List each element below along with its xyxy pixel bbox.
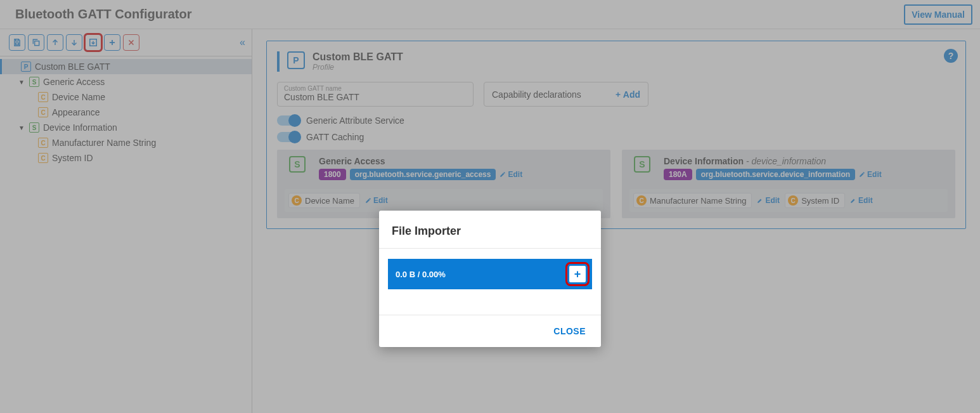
upload-progress: 0.0 B / 0.00% (396, 270, 446, 279)
file-importer-dialog: File Importer 0.0 B / 0.00% + CLOSE (379, 211, 601, 347)
add-file-button[interactable]: + (569, 266, 586, 282)
close-button[interactable]: CLOSE (550, 325, 590, 337)
dialog-title: File Importer (379, 211, 601, 249)
file-dropzone[interactable]: 0.0 B / 0.00% + (388, 259, 592, 289)
modal-overlay[interactable] (0, 0, 980, 413)
